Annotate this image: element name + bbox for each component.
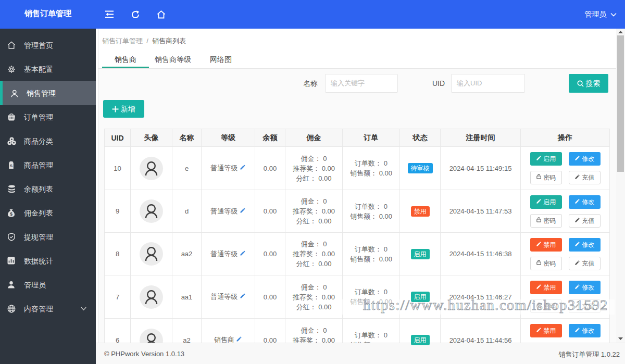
svg-text:$: $ — [10, 211, 12, 217]
svg-text:S: S — [10, 164, 13, 168]
